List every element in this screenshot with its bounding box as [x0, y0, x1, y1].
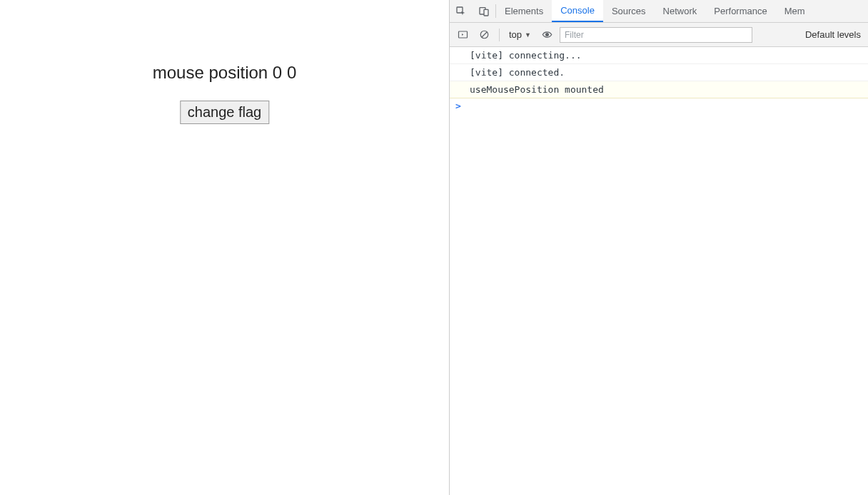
app-viewport: mouse position 0 0 change flag: [0, 0, 449, 495]
console-log-area: [vite] connecting... [vite] connected. u…: [450, 47, 868, 495]
execution-context-label: top: [509, 29, 522, 40]
svg-rect-2: [484, 9, 488, 16]
console-log-row[interactable]: [vite] connecting...: [450, 47, 868, 64]
console-sidebar-toggle-icon[interactable]: [454, 26, 471, 44]
tab-elements[interactable]: Elements: [496, 0, 552, 22]
tab-console[interactable]: Console: [552, 0, 603, 22]
log-level-label: Default levels: [805, 29, 861, 40]
console-log-row[interactable]: [vite] connected.: [450, 64, 868, 81]
prompt-caret-icon: >: [455, 101, 461, 111]
chevron-down-icon: ▼: [525, 31, 531, 39]
tab-memory[interactable]: Mem: [776, 0, 814, 22]
execution-context-picker[interactable]: top ▼: [506, 29, 534, 40]
log-level-picker[interactable]: Default levels: [802, 29, 864, 40]
inspect-element-icon[interactable]: [450, 0, 473, 22]
live-expression-icon[interactable]: [538, 26, 555, 44]
change-flag-button[interactable]: change flag: [180, 101, 269, 124]
mouse-position-heading: mouse position 0 0: [0, 63, 449, 83]
tab-performance[interactable]: Performance: [705, 0, 775, 22]
svg-point-6: [545, 34, 548, 36]
svg-line-5: [481, 32, 487, 38]
tab-sources[interactable]: Sources: [603, 0, 655, 22]
console-log-row[interactable]: useMousePosition mounted: [450, 81, 868, 98]
console-toolbar: top ▼ Default levels: [450, 23, 868, 47]
devtools-panel: Elements Console Sources Network Perform…: [449, 0, 868, 495]
clear-console-icon[interactable]: [475, 26, 493, 44]
console-filter-input[interactable]: [560, 27, 752, 43]
console-prompt[interactable]: >: [450, 98, 868, 113]
tab-network[interactable]: Network: [655, 0, 706, 22]
devtools-tabbar: Elements Console Sources Network Perform…: [450, 0, 868, 23]
toggle-device-toolbar-icon[interactable]: [473, 0, 495, 22]
divider: [499, 29, 500, 41]
